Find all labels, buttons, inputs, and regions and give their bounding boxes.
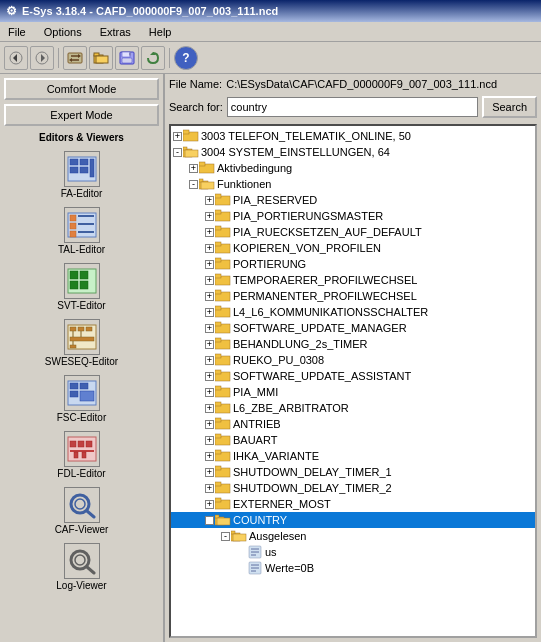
tree-icon (247, 561, 263, 575)
tree-row[interactable]: + 3003 TELEFON_TELEMATIK_ONLINE, 50 (171, 128, 535, 144)
tree-toggle[interactable]: + (205, 500, 214, 509)
swap-button[interactable] (63, 46, 87, 70)
tree-toggle[interactable]: + (205, 468, 214, 477)
search-button[interactable]: Search (482, 96, 537, 118)
tree-toggle[interactable]: + (205, 404, 214, 413)
tree-row[interactable]: + PIA_RESERVED (171, 192, 535, 208)
tree-toggle[interactable]: - (173, 148, 182, 157)
tree-toggle[interactable]: + (205, 292, 214, 301)
tree-toggle[interactable]: - (189, 180, 198, 189)
tree-icon (215, 449, 231, 463)
svg-rect-32 (80, 271, 88, 279)
tree-toggle[interactable]: + (205, 452, 214, 461)
tree-row[interactable]: + ANTRIEB (171, 416, 535, 432)
tree-row[interactable]: + L4_L6_KOMMUNIKATIONSSCHALTER (171, 304, 535, 320)
back-button[interactable] (4, 46, 28, 70)
tree-toggle[interactable]: + (205, 388, 214, 397)
fa-editor-item[interactable]: FA-Editor (4, 149, 159, 201)
save-button[interactable] (115, 46, 139, 70)
tree-toggle[interactable]: + (205, 260, 214, 269)
tree-row[interactable]: + PIA_PORTIERUNGSMASTER (171, 208, 535, 224)
fdl-editor-item[interactable]: FDL-Editor (4, 429, 159, 481)
tree-toggle[interactable]: + (205, 244, 214, 253)
tree-row[interactable]: + SOFTWARE_UPDATE_ASSISTANT (171, 368, 535, 384)
tree-toggle[interactable]: + (205, 420, 214, 429)
tree-row[interactable]: + SOFTWARE_UPDATE_MANAGER (171, 320, 535, 336)
svt-editor-item[interactable]: SVT-Editor (4, 261, 159, 313)
comfort-mode-button[interactable]: Comfort Mode (4, 78, 159, 100)
tree-toggle[interactable]: + (189, 164, 198, 173)
tree-row[interactable]: + PERMANENTER_PROFILWECHSEL (171, 288, 535, 304)
tree-toggle[interactable]: - (205, 516, 214, 525)
tree-row[interactable]: + SHUTDOWN_DELAY_TIMER_2 (171, 480, 535, 496)
tree-row[interactable]: + KOPIEREN_VON_PROFILEN (171, 240, 535, 256)
tree-row[interactable]: + PIA_RUECKSETZEN_AUF_DEFAULT (171, 224, 535, 240)
svg-rect-70 (199, 179, 203, 182)
tree-toggle[interactable]: + (205, 308, 214, 317)
tree-toggle[interactable]: + (205, 340, 214, 349)
tree-row[interactable]: + BEHANDLUNG_2s_TIMER (171, 336, 535, 352)
svg-rect-45 (70, 383, 78, 389)
tree-toggle[interactable]: + (205, 372, 214, 381)
tree-row[interactable]: - Funktionen (171, 176, 535, 192)
tree-label: COUNTRY (233, 514, 287, 526)
tree-toggle[interactable]: + (205, 212, 214, 221)
tree-row[interactable]: + IHKA_VARIANTE (171, 448, 535, 464)
menu-extras[interactable]: Extras (96, 25, 135, 39)
tree-row[interactable]: + EXTERNER_MOST (171, 496, 535, 512)
svg-rect-71 (201, 182, 214, 189)
tree-label: us (265, 546, 277, 558)
tree-row[interactable]: + SHUTDOWN_DELAY_TIMER_1 (171, 464, 535, 480)
forward-button[interactable] (30, 46, 54, 70)
tree-toggle[interactable] (237, 548, 246, 557)
tree-icon (231, 529, 247, 543)
svg-rect-18 (70, 159, 78, 165)
tree-toggle[interactable]: + (205, 196, 214, 205)
search-input[interactable] (227, 97, 478, 117)
tree-row[interactable]: + PIA_MMI (171, 384, 535, 400)
tree-toggle[interactable]: + (173, 132, 182, 141)
help-button[interactable]: ? (174, 46, 198, 70)
menu-file[interactable]: File (4, 25, 30, 39)
tree-row[interactable]: + L6_ZBE_ARBITRATOR (171, 400, 535, 416)
tree-row[interactable]: + TEMPORAERER_PROFILWECHSEL (171, 272, 535, 288)
tree-row[interactable]: + RUEKO_PU_0308 (171, 352, 535, 368)
refresh-button[interactable] (141, 46, 165, 70)
fdl-editor-label: FDL-Editor (57, 468, 105, 479)
tree-toggle[interactable]: + (205, 228, 214, 237)
menu-options[interactable]: Options (40, 25, 86, 39)
tree-row[interactable]: + BAUART (171, 432, 535, 448)
log-viewer-item[interactable]: Log-Viewer (4, 541, 159, 593)
fsc-editor-item[interactable]: FSC-Editor (4, 373, 159, 425)
tree-toggle[interactable]: + (205, 276, 214, 285)
svt-editor-icon (64, 263, 100, 299)
filename-row: File Name: C:\ESysData\CAF\CAFD_000000F9… (169, 78, 537, 90)
tree-row[interactable]: + PORTIERUNG (171, 256, 535, 272)
svg-rect-81 (215, 258, 221, 262)
expert-mode-button[interactable]: Expert Mode (4, 104, 159, 126)
tree-row[interactable]: Werte=0B (171, 560, 535, 576)
tree-row[interactable]: - Ausgelesen (171, 528, 535, 544)
tree-toggle[interactable]: - (221, 532, 230, 541)
tree-toggle[interactable]: + (205, 436, 214, 445)
tree-toggle[interactable]: + (205, 324, 214, 333)
tree-toggle[interactable] (237, 564, 246, 573)
svg-rect-117 (233, 534, 246, 541)
tree-icon (215, 497, 231, 511)
svg-rect-63 (183, 130, 189, 134)
svg-rect-27 (78, 223, 94, 225)
tree-row[interactable]: us (171, 544, 535, 560)
menu-help[interactable]: Help (145, 25, 176, 39)
tree-row[interactable]: - 3004 SYSTEM_EINSTELLUNGEN, 64 (171, 144, 535, 160)
tree-toggle[interactable]: + (205, 484, 214, 493)
tree-panel[interactable]: + 3003 TELEFON_TELEMATIK_ONLINE, 50- 300… (169, 124, 537, 638)
open-button[interactable] (89, 46, 113, 70)
svg-rect-68 (199, 162, 205, 166)
fsc-editor-icon (64, 375, 100, 411)
caf-viewer-item[interactable]: CAF-Viewer (4, 485, 159, 537)
tree-row[interactable]: - COUNTRY (171, 512, 535, 528)
sweseq-editor-item[interactable]: SWESEQ-Editor (4, 317, 159, 369)
tree-row[interactable]: + Aktivbedingung (171, 160, 535, 176)
tal-editor-item[interactable]: TAL-Editor (4, 205, 159, 257)
tree-toggle[interactable]: + (205, 356, 214, 365)
